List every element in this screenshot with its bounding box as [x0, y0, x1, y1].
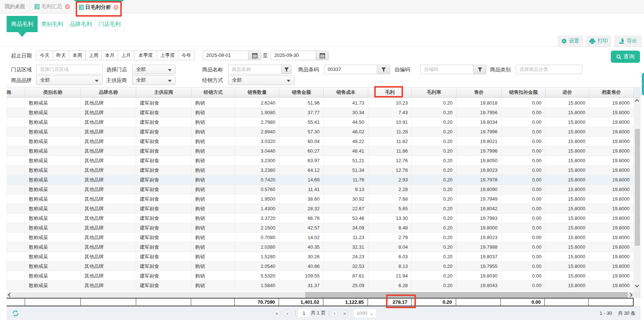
query-button[interactable]: 查询 — [611, 51, 640, 63]
quick-date-button[interactable]: 本季度 — [134, 51, 157, 60]
product-name-input[interactable]: 商品名称 — [228, 65, 292, 74]
date-from-input[interactable]: 2025-09-01 — [203, 51, 261, 60]
first-page-button[interactable]: « — [273, 310, 280, 317]
scrollbar-corner — [634, 292, 641, 298]
calendar-button[interactable] — [248, 51, 261, 60]
table-row[interactable]: 散称咸菜其他品牌建军副食购销0.742014.6911.762.930.2019… — [7, 175, 634, 185]
table-row[interactable]: 散称咸菜其他品牌建军副食购销1.430028.3222.675.650.2019… — [7, 204, 634, 214]
table-row[interactable]: 散称咸菜其他品牌建军副食购销0.576011.419.132.280.2019.… — [7, 185, 634, 194]
tab-my-desktop[interactable]: 我的桌面 — [0, 0, 30, 13]
table-row[interactable]: 散称咸菜其他品牌建军副食购销1.584031.3725.096.280.2019… — [7, 281, 634, 290]
close-tab-icon[interactable]: ✕ — [65, 4, 70, 9]
next-page-button[interactable]: › — [331, 310, 338, 317]
table-row[interactable]: 散称咸菜其他品牌建军副食购销5.5320109.5587.6121.940.20… — [7, 271, 634, 281]
table-row[interactable]: 散称咸菜其他品牌建军副食购销3.032060.0448.2211.820.201… — [7, 137, 634, 146]
barcode-input[interactable]: 00337 — [324, 65, 390, 74]
scroll-up-icon[interactable] — [635, 99, 639, 103]
table-cell: 19.7956 — [457, 108, 502, 118]
deal-type-select[interactable]: 全部 — [228, 75, 295, 85]
table-row[interactable]: 散称咸菜其他品牌建军副食购销3.230063.9751.2112.760.201… — [7, 156, 634, 166]
export-button[interactable]: 导出 — [614, 35, 641, 47]
self-code-input[interactable]: 自编码 — [420, 65, 486, 74]
table-cell: 8.48 — [368, 223, 412, 233]
scroll-right-icon[interactable] — [628, 293, 632, 297]
self-code-label: 自编码 — [395, 65, 410, 74]
column-header[interactable]: 销售数量 — [235, 88, 279, 97]
quick-date-button[interactable]: 本月 — [102, 51, 118, 60]
horizontal-scrollbar-thumb[interactable] — [305, 292, 628, 298]
table-row[interactable]: 散称咸菜其他品牌建军副食购销1.950038.6030.927.680.2019… — [7, 194, 634, 204]
table-cell: 散称咸菜 — [25, 281, 81, 290]
barcode-value[interactable]: 00337 — [324, 65, 377, 74]
refresh-icon[interactable] — [12, 310, 19, 317]
quick-date-button[interactable]: 今天 — [36, 51, 53, 60]
column-header[interactable]: 类别名称 — [25, 88, 81, 97]
last-page-button[interactable]: » — [341, 310, 348, 317]
settings-button[interactable]: 设置 — [558, 35, 583, 47]
table-row[interactable]: 散称咸菜其他品牌建军副食购销1.528030.2624.236.030.2019… — [7, 252, 634, 262]
page-number-input[interactable]: 1 — [298, 309, 310, 317]
table-cell — [7, 262, 25, 271]
table-row[interactable]: 散称咸菜其他品牌建军副食购销2.894057.3046.0211.280.201… — [7, 127, 634, 137]
quick-date-button[interactable]: 昨天 — [53, 51, 69, 60]
page-size-select[interactable]: 1000 — [354, 309, 376, 317]
quick-date-button[interactable]: 上月 — [118, 51, 134, 60]
scroll-left-icon[interactable] — [8, 293, 12, 297]
summary-cell: 1,401.02 — [279, 299, 323, 306]
date-to-value[interactable]: 2025-09-30 — [271, 51, 316, 60]
table-row[interactable]: 散称咸菜其他品牌建军副食购销3.238064.1251.3412.780.201… — [7, 166, 634, 175]
table-cell: 15.8000 — [545, 127, 589, 137]
tab-profit-summary[interactable]: 毛利汇总 ✕ — [30, 0, 74, 13]
side-panel-handle[interactable]: ‹ — [642, 73, 644, 95]
calendar-button[interactable] — [316, 51, 329, 60]
table-cell: 建军副食 — [136, 242, 192, 252]
subtab-brand-profit[interactable]: 品牌毛利 — [66, 16, 95, 32]
column-header[interactable]: 毛利率 — [412, 88, 457, 97]
scroll-down-icon[interactable] — [635, 283, 639, 287]
table-row[interactable]: 散称咸菜其他品牌建军副食购销0.708014.0211.232.790.2019… — [7, 233, 634, 242]
column-header[interactable]: 主供应商 — [136, 88, 192, 97]
quick-date-button[interactable]: 本周 — [69, 51, 86, 60]
column-header[interactable]: 格 — [7, 88, 25, 97]
date-to-input[interactable]: 2025-09-30 — [271, 51, 329, 60]
subtab-store-profit[interactable]: 门店毛利 — [95, 16, 124, 32]
table-row[interactable]: 散称咸菜其他品牌建军副食购销3.372066.7653.4613.300.201… — [7, 214, 634, 223]
subtab-product-profit[interactable]: 商品毛利 — [7, 16, 38, 32]
column-header[interactable]: 经销方式 — [192, 88, 235, 97]
table-row[interactable]: 散称咸菜其他品牌建军副食购销2.150042.5734.098.480.2019… — [7, 223, 634, 233]
quick-date-button[interactable]: 今年 — [178, 51, 195, 60]
table-cell — [7, 108, 25, 118]
category-input[interactable]: 选择商品分类 — [516, 65, 582, 74]
chevron-down-icon — [168, 69, 172, 71]
filter-button[interactable] — [377, 65, 390, 74]
prev-page-button[interactable]: ‹ — [284, 310, 291, 317]
table-row[interactable]: 散称咸菜其他品牌建军副食购销2.624051.9641.7310.230.201… — [7, 98, 634, 108]
page-total-label: 共 1 页 — [311, 310, 326, 316]
column-header[interactable]: 进价 — [545, 88, 589, 97]
supplier-select[interactable]: 全部 — [132, 75, 176, 85]
table-row[interactable]: 散称咸菜其他品牌建军副食购销2.054040.6632.538.130.2019… — [7, 262, 634, 271]
column-header[interactable]: 销售成本 — [324, 88, 368, 97]
quick-date-button[interactable]: 上季度 — [157, 51, 178, 60]
print-button[interactable]: 打印 — [586, 35, 611, 47]
column-header[interactable]: 档案售价 — [589, 88, 634, 97]
store-region-input[interactable]: 选择门店区域 — [36, 65, 103, 74]
table-row[interactable]: 散称咸菜其他品牌建军副食购销3.044060.2748.4111.860.201… — [7, 146, 634, 156]
quick-date-button[interactable]: 上周 — [86, 51, 102, 60]
column-header[interactable]: 销售扣补金额 — [502, 88, 545, 97]
column-header[interactable]: 品牌名称 — [81, 88, 136, 97]
table-cell: 19.8030 — [457, 271, 502, 281]
column-header[interactable]: 销售金额 — [279, 88, 324, 97]
filter-button[interactable] — [281, 65, 292, 74]
subtab-category-profit[interactable]: 类别毛利 — [38, 16, 66, 32]
vertical-scrollbar-thumb[interactable] — [635, 129, 640, 246]
product-name-placeholder: 商品名称 — [232, 67, 251, 72]
date-from-value[interactable]: 2025-09-01 — [203, 51, 248, 60]
table-row[interactable]: 散称咸菜其他品牌建军副食购销2.798055.4144.5010.910.201… — [7, 118, 634, 127]
column-header[interactable]: 售价 — [457, 88, 502, 97]
store-select[interactable]: 全部 — [132, 65, 176, 74]
filter-button[interactable] — [473, 65, 486, 74]
table-row[interactable]: 散称咸菜其他品牌建军副食购销1.908037.7730.347.430.2019… — [7, 108, 634, 118]
brand-select[interactable]: 全部 — [36, 75, 103, 85]
table-row[interactable]: 散称咸菜其他品牌建军副食购销2.038040.3532.318.040.2019… — [7, 242, 634, 252]
